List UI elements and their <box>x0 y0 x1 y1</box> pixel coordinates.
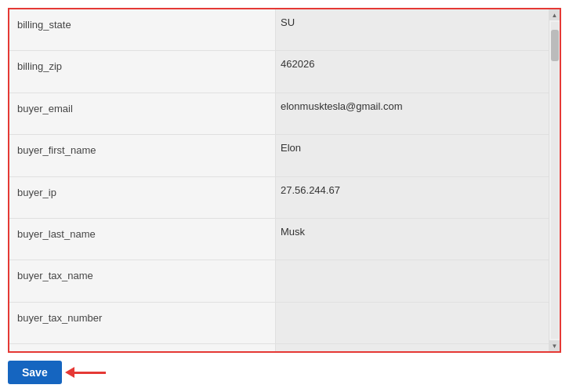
bottom-bar: Save <box>8 353 561 384</box>
field-label-billing_zip: billing_zip <box>9 51 276 92</box>
table-row: buyer_first_name <box>9 135 549 176</box>
field-label-buyer_last_name: buyer_last_name <box>9 219 276 260</box>
field-value-buyer_email[interactable] <box>276 93 549 134</box>
field-label-buyer_tax_name: buyer_tax_name <box>9 260 276 301</box>
scroll-up-arrow[interactable]: ▲ <box>549 9 560 20</box>
table-row: buyer_last_name <box>9 219 549 260</box>
field-label-buyer_email: buyer_email <box>9 93 276 134</box>
field-label-buyer_first_name: buyer_first_name <box>9 135 276 176</box>
scrollbar-area[interactable]: ▲ ▼ <box>549 9 560 351</box>
field-value-buyer_tax_number[interactable] <box>276 303 549 343</box>
arrow-line <box>74 372 106 374</box>
fields-container: billing_statebilling_zipbuyer_emailbuyer… <box>9 9 549 353</box>
save-button[interactable]: Save <box>8 361 62 384</box>
field-label-buyer_tax_number: buyer_tax_number <box>9 303 276 343</box>
main-container: billing_statebilling_zipbuyer_emailbuyer… <box>0 0 569 392</box>
scroll-down-arrow[interactable]: ▼ <box>549 340 560 351</box>
table-row: buyer_ip <box>9 177 549 219</box>
table-row: buyer_tax_name <box>9 260 549 302</box>
field-value-buyer_first_name[interactable] <box>276 135 549 176</box>
scrollbar-track[interactable] <box>551 22 559 339</box>
field-label-buyer_ip: buyer_ip <box>9 177 276 218</box>
form-wrapper: billing_statebilling_zipbuyer_emailbuyer… <box>8 8 561 353</box>
field-value-billing_state[interactable] <box>276 9 549 50</box>
table-row: billing_state <box>9 9 549 51</box>
arrow-indicator <box>74 372 106 374</box>
arrow-head <box>65 367 74 378</box>
field-value-buyer_ip[interactable] <box>276 177 549 218</box>
table-row: buyer_email <box>9 93 549 135</box>
field-label-campaign_id: campaign_id <box>9 344 276 353</box>
scrollbar-thumb[interactable] <box>551 30 559 61</box>
field-value-billing_zip[interactable] <box>276 51 549 92</box>
table-row: campaign_id <box>9 344 549 353</box>
field-value-buyer_tax_name[interactable] <box>276 260 549 301</box>
field-value-buyer_last_name[interactable] <box>276 219 549 260</box>
table-row: buyer_tax_number <box>9 303 549 344</box>
field-label-billing_state: billing_state <box>9 9 276 50</box>
table-row: billing_zip <box>9 51 549 93</box>
field-value-campaign_id[interactable] <box>276 344 549 353</box>
